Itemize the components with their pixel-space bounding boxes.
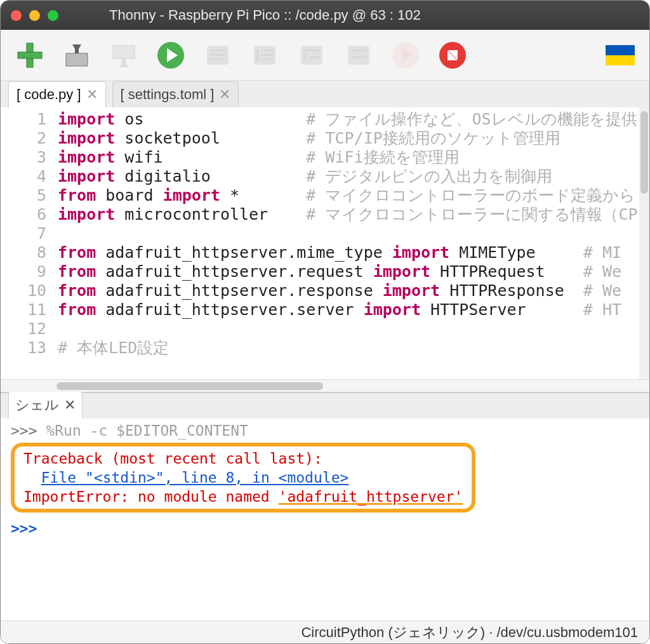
shell-tab-label: シェル (15, 396, 59, 415)
stop-button[interactable] (436, 39, 469, 72)
shell-run-command: %Run -c $EDITOR_CONTENT (46, 422, 248, 439)
traceback-header: Traceback (most recent call last): (23, 450, 322, 467)
svg-rect-5 (209, 50, 226, 51)
play-icon (156, 41, 185, 70)
debug-icon (203, 41, 232, 70)
shell-tab[interactable]: シェル ✕ (8, 391, 83, 419)
horizontal-scrollbar[interactable] (1, 379, 649, 392)
run-button[interactable] (154, 39, 187, 72)
open-folder-icon (62, 41, 91, 70)
svg-rect-11 (262, 54, 274, 56)
shell-tabs: シェル ✕ (1, 393, 649, 419)
resume-button (389, 39, 422, 72)
shell-area: シェル ✕ >>> %Run -c $EDITOR_CONTENT Traceb… (1, 392, 649, 621)
svg-rect-19 (350, 57, 367, 58)
step-into-icon (297, 41, 326, 70)
svg-rect-17 (348, 46, 369, 65)
svg-rect-1 (18, 52, 42, 58)
tab-label: [ settings.toml ] (121, 86, 215, 103)
close-tab-icon[interactable]: ✕ (64, 397, 76, 413)
svg-rect-24 (606, 55, 635, 65)
scrollbar-thumb[interactable] (640, 111, 648, 194)
svg-rect-7 (209, 58, 226, 60)
plus-icon (15, 41, 44, 70)
shell-body[interactable]: >>> %Run -c $EDITOR_CONTENT Traceback (m… (1, 419, 649, 621)
vertical-scrollbar[interactable] (639, 107, 649, 379)
statusbar[interactable]: CircuitPython (ジェネリック) · /dev/cu.usbmode… (1, 621, 649, 643)
shell-prompt[interactable]: >>> (11, 520, 46, 537)
svg-rect-14 (303, 50, 320, 51)
step-into-button (295, 39, 328, 72)
new-file-button[interactable] (13, 39, 46, 72)
svg-rect-18 (350, 50, 367, 51)
code-container: 12345678910111213 import os # ファイル操作など、O… (1, 107, 649, 379)
minimize-window-icon[interactable] (29, 10, 40, 21)
step-out-button (342, 39, 375, 72)
code-editor[interactable]: import os # ファイル操作など、OSレベルの機能を提供import s… (56, 107, 639, 379)
error-highlight-box: Traceback (most recent call last): File … (11, 443, 475, 513)
step-out-icon (344, 41, 373, 70)
svg-rect-16 (308, 57, 320, 58)
shell-prompt: >>> (11, 422, 46, 439)
svg-rect-12 (262, 58, 274, 60)
app-window: Thonny - Raspberry Pi Pico :: /code.py @… (0, 0, 650, 644)
toolbar (1, 30, 649, 81)
step-over-icon (250, 41, 279, 70)
svg-rect-15 (303, 54, 306, 60)
tab-code-py[interactable]: [ code.py ] ✕ (8, 81, 106, 107)
resume-icon (391, 41, 420, 70)
support-ukraine-button[interactable] (604, 39, 637, 72)
svg-rect-2 (122, 57, 126, 65)
tab-settings-toml[interactable]: [ settings.toml ] ✕ (112, 81, 239, 107)
svg-rect-23 (606, 45, 635, 55)
ukraine-flag-icon (606, 41, 635, 70)
line-gutter: 12345678910111213 (1, 107, 56, 379)
svg-rect-6 (209, 54, 226, 56)
traffic-lights (11, 10, 58, 21)
close-window-icon[interactable] (11, 10, 22, 21)
save-file-button (107, 39, 140, 72)
window-title: Thonny - Raspberry Pi Pico :: /code.py @… (109, 7, 639, 23)
stop-icon (438, 41, 467, 70)
interpreter-status[interactable]: CircuitPython (ジェネリック) · /dev/cu.usbmode… (301, 623, 638, 642)
debug-button (201, 39, 234, 72)
save-icon (109, 41, 138, 70)
step-over-button (248, 39, 281, 72)
close-tab-icon[interactable]: ✕ (86, 88, 98, 102)
error-line-prefix: ImportError: no module named (23, 488, 279, 505)
svg-rect-10 (262, 50, 274, 51)
open-file-button[interactable] (60, 39, 93, 72)
traceback-file-link[interactable]: File "<stdin>", line 8, in <module> (41, 469, 349, 486)
tab-label: [ code.py ] (17, 86, 81, 103)
error-module-name: 'adafruit_httpserver' (279, 488, 463, 505)
scrollbar-thumb[interactable] (56, 382, 323, 390)
editor-tabs: [ code.py ] ✕ [ settings.toml ] ✕ (1, 81, 649, 107)
svg-rect-9 (256, 50, 259, 61)
maximize-window-icon[interactable] (48, 10, 58, 21)
titlebar[interactable]: Thonny - Raspberry Pi Pico :: /code.py @… (1, 1, 649, 30)
editor-area: [ code.py ] ✕ [ settings.toml ] ✕ 123456… (1, 81, 649, 392)
close-tab-icon[interactable]: ✕ (219, 88, 230, 102)
